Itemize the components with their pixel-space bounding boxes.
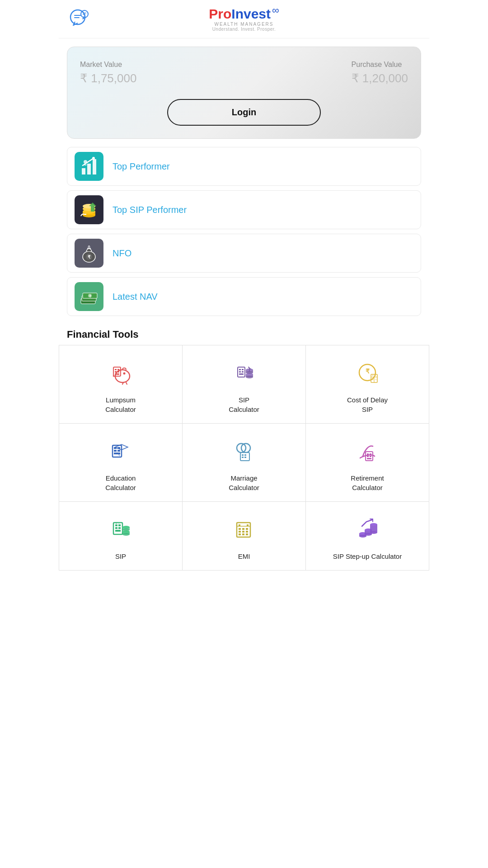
svg-rect-28: [117, 369, 119, 370]
svg-rect-89: [239, 524, 240, 526]
svg-rect-31: [115, 373, 119, 375]
marriage-calculator-label: MarriageCalculator: [229, 473, 259, 492]
sip-stepup-calculator-icon: [351, 513, 384, 545]
top-performer-item[interactable]: Top Performer: [67, 147, 421, 186]
financial-tools-title: Financial Tools: [59, 321, 429, 345]
purchase-value-label: Purchase Value: [352, 61, 408, 69]
cost-of-delay-sip-cell[interactable]: ₹ + - × ÷ Cost of DelaySIP: [306, 345, 429, 424]
svg-text:+: +: [372, 374, 374, 377]
marriage-calculator-cell[interactable]: MarriageCalculator: [183, 424, 306, 502]
svg-rect-93: [246, 528, 248, 530]
chat-button[interactable]: [68, 7, 91, 31]
latest-nav-label: Latest NAV: [113, 292, 158, 302]
svg-text:÷: ÷: [375, 378, 377, 381]
svg-rect-29: [115, 371, 117, 373]
emi-label: EMI: [238, 552, 250, 561]
sip-stepup-calculator-cell[interactable]: SIP Step-up Calculator: [306, 502, 429, 571]
lumpsum-calculator-icon: [104, 356, 137, 389]
svg-text:₹: ₹: [88, 255, 91, 259]
lumpsum-calculator-label: LumpsumCalculator: [105, 395, 136, 414]
svg-point-86: [122, 526, 130, 528]
svg-rect-96: [246, 531, 248, 533]
sip-label: SIP: [115, 552, 126, 561]
purchase-value-amount: ₹ 1,20,000: [352, 71, 408, 85]
svg-rect-36: [242, 371, 244, 373]
cost-of-delay-sip-label: Cost of DelaySIP: [347, 395, 388, 414]
svg-rect-5: [83, 14, 85, 15]
svg-point-108: [370, 523, 377, 526]
retirement-calculator-label: RetirementCalculator: [351, 473, 384, 492]
portfolio-banner: Market Value ₹ 1,75,000 Purchase Value ₹…: [67, 47, 421, 139]
purchase-value-block: Purchase Value ₹ 1,20,000: [352, 61, 408, 85]
emi-icon: [228, 513, 260, 545]
sip-icon: + -: [104, 513, 137, 545]
svg-rect-91: [239, 528, 241, 530]
svg-point-9: [92, 157, 95, 160]
svg-rect-78: [115, 530, 121, 532]
top-sip-performer-icon: [75, 195, 103, 224]
infinity-icon: ∞: [272, 5, 279, 16]
svg-text:-: -: [118, 521, 120, 525]
svg-rect-4: [83, 13, 86, 14]
svg-point-10: [84, 160, 87, 164]
svg-rect-68: [367, 453, 369, 455]
market-value-block: Market Value ₹ 1,75,000: [80, 61, 136, 85]
tools-grid: LumpsumCalculator: [59, 345, 429, 571]
top-sip-performer-item[interactable]: Top SIP Performer: [67, 190, 421, 229]
svg-rect-73: [113, 523, 122, 534]
latest-nav-icon: ₹: [75, 282, 103, 311]
svg-text:₹: ₹: [366, 368, 370, 375]
logo-pro: Pro: [209, 6, 231, 22]
svg-rect-2: [74, 17, 80, 18]
svg-text:₹: ₹: [118, 453, 120, 457]
svg-rect-32: [238, 367, 245, 377]
svg-rect-98: [242, 533, 244, 535]
nfo-label: NFO: [113, 248, 131, 259]
svg-rect-30: [117, 371, 119, 373]
svg-rect-92: [242, 528, 244, 530]
education-calculator-icon: ₹: [104, 434, 137, 467]
top-sip-performer-label: Top SIP Performer: [113, 205, 187, 215]
svg-rect-99: [246, 533, 248, 535]
app-logo: Pro Invest ∞ Wealth Managers Understand.…: [209, 6, 279, 32]
svg-rect-7: [87, 164, 91, 175]
login-button[interactable]: Login: [167, 99, 321, 126]
svg-rect-37: [239, 373, 244, 375]
svg-rect-33: [239, 369, 241, 370]
svg-rect-72: [367, 458, 371, 459]
svg-text:+: +: [115, 521, 117, 525]
svg-rect-95: [242, 531, 244, 533]
svg-text:₹: ₹: [89, 294, 91, 298]
top-performer-icon: [75, 152, 103, 181]
svg-rect-1: [74, 15, 81, 16]
lumpsum-calculator-cell[interactable]: LumpsumCalculator: [59, 345, 183, 424]
sip-calculator-label: SIPCalculator: [229, 395, 259, 414]
education-calculator-label: EducationCalculator: [105, 473, 136, 492]
svg-rect-6: [82, 168, 85, 175]
nfo-icon: ₹: [75, 239, 103, 268]
svg-rect-57: [117, 450, 120, 452]
sip-cell[interactable]: + - SIP: [59, 502, 183, 571]
svg-rect-90: [247, 524, 249, 526]
sip-calculator-cell[interactable]: SIPCalculator: [183, 345, 306, 424]
svg-rect-56: [114, 450, 117, 452]
svg-rect-65: [242, 457, 244, 458]
logo-invest: Invest: [231, 6, 271, 22]
svg-rect-77: [118, 527, 121, 529]
svg-rect-76: [115, 527, 117, 529]
latest-nav-item[interactable]: ₹ Latest NAV: [67, 277, 421, 316]
svg-rect-66: [244, 457, 246, 458]
app-header: Pro Invest ∞ Wealth Managers Understand.…: [59, 0, 429, 38]
svg-rect-64: [244, 454, 246, 456]
nfo-item[interactable]: ₹ NFO: [67, 234, 421, 273]
svg-rect-35: [239, 371, 241, 373]
market-value-label: Market Value: [80, 61, 136, 69]
emi-cell[interactable]: EMI: [183, 502, 306, 571]
marriage-calculator-icon: [228, 434, 260, 467]
svg-rect-97: [239, 533, 241, 535]
education-calculator-cell[interactable]: ₹ EducationCalculator: [59, 424, 183, 502]
sip-stepup-calculator-label: SIP Step-up Calculator: [333, 552, 402, 561]
retirement-calculator-cell[interactable]: RetirementCalculator: [306, 424, 429, 502]
retirement-calculator-icon: [351, 434, 384, 467]
top-performer-label: Top Performer: [113, 161, 170, 172]
